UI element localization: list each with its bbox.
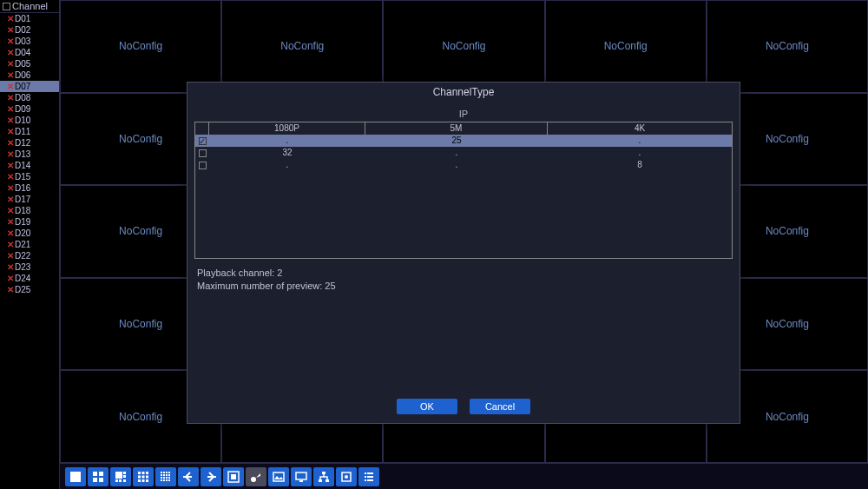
channel-item[interactable]: ✕D22 <box>0 250 59 261</box>
channel-item[interactable]: ✕D24 <box>0 273 59 284</box>
channel-item[interactable]: ✕D25 <box>0 284 59 295</box>
channel-status-icon: ✕ <box>7 171 14 182</box>
grid-cell[interactable]: NoConfig <box>221 0 383 93</box>
channel-item[interactable]: ✕D07 <box>0 81 59 92</box>
next-button[interactable] <box>201 467 221 486</box>
channel-item[interactable]: ✕D20 <box>0 228 59 239</box>
channel-type-dialog: ChannelType IP 1080P 5M 4K .25.32....8 P… <box>187 82 740 424</box>
svg-rect-2 <box>99 472 103 476</box>
grid-cell[interactable]: NoConfig <box>707 0 868 93</box>
channel-item[interactable]: ✕D15 <box>0 171 59 182</box>
app-root: Channel ✕D01✕D02✕D03✕D04✕D05✕D06✕D07✕D08… <box>0 0 868 489</box>
row-checkbox[interactable] <box>199 149 207 157</box>
svg-rect-32 <box>161 479 162 481</box>
svg-point-40 <box>251 477 256 482</box>
svg-rect-43 <box>299 480 303 482</box>
table-header: 1080P 5M 4K <box>195 122 732 135</box>
svg-rect-5 <box>115 472 122 479</box>
channel-item[interactable]: ✕D01 <box>0 13 59 24</box>
layout-4-button[interactable] <box>88 467 108 486</box>
row-checkbox-cell <box>195 135 209 147</box>
channel-status-icon: ✕ <box>7 24 14 36</box>
channel-item[interactable]: ✕D13 <box>0 149 59 160</box>
svg-rect-12 <box>142 472 145 474</box>
channel-item[interactable]: ✕D10 <box>0 115 59 126</box>
table-row[interactable]: ..8 <box>195 159 732 171</box>
channel-status-icon: ✕ <box>7 126 14 137</box>
prev-button[interactable] <box>178 467 199 486</box>
list-button[interactable] <box>358 467 379 486</box>
row-checkbox[interactable] <box>199 162 207 169</box>
channel-label: D05 <box>15 58 30 69</box>
channel-list: ✕D01✕D02✕D03✕D04✕D05✕D06✕D07✕D08✕D09✕D10… <box>0 13 59 295</box>
svg-rect-14 <box>138 475 141 478</box>
channel-item[interactable]: ✕D23 <box>0 261 59 273</box>
channel-item[interactable]: ✕D17 <box>0 194 59 205</box>
ok-button[interactable]: OK <box>397 399 457 414</box>
svg-point-48 <box>345 475 348 479</box>
channel-status-icon: ✕ <box>7 228 14 239</box>
max-preview-info: Maximum number of preview: 25 <box>194 281 733 291</box>
grid-cell[interactable]: NoConfig <box>383 0 544 93</box>
cancel-button[interactable]: Cancel <box>470 399 530 414</box>
channel-item[interactable]: ✕D11 <box>0 126 59 137</box>
bottom-toolbar <box>60 463 868 489</box>
channel-label: D24 <box>15 273 30 284</box>
channel-item[interactable]: ✕D08 <box>0 92 59 103</box>
header-checkbox-col <box>195 122 209 135</box>
layout-8-button[interactable] <box>110 467 131 486</box>
svg-rect-33 <box>163 479 165 481</box>
cell-5m: . <box>365 159 548 171</box>
svg-rect-0 <box>70 472 81 482</box>
channel-label: D25 <box>15 284 30 295</box>
grid-cell[interactable]: NoConfig <box>545 0 707 93</box>
svg-rect-53 <box>365 479 366 481</box>
row-checkbox-cell <box>195 159 209 171</box>
channel-item[interactable]: ✕D02 <box>0 24 59 36</box>
layout-16-button[interactable] <box>155 467 176 486</box>
channel-label: D09 <box>15 103 30 115</box>
channel-item[interactable]: ✕D04 <box>0 47 59 58</box>
svg-rect-29 <box>163 477 165 479</box>
channel-label: D17 <box>15 194 30 205</box>
row-checkbox[interactable] <box>199 137 207 145</box>
channel-item[interactable]: ✕D05 <box>0 58 59 69</box>
channel-status-icon: ✕ <box>7 58 14 69</box>
channel-item[interactable]: ✕D03 <box>0 36 59 47</box>
svg-rect-30 <box>166 477 168 479</box>
channel-label: D16 <box>15 182 30 194</box>
channel-item[interactable]: ✕D16 <box>0 182 59 194</box>
table-rows: .25.32....8 <box>195 135 732 171</box>
channel-status-icon: ✕ <box>7 115 14 126</box>
disk-button[interactable] <box>336 467 357 486</box>
cell-1080p: . <box>209 135 365 147</box>
channel-item[interactable]: ✕D19 <box>0 216 59 228</box>
channel-status-icon: ✕ <box>7 261 14 273</box>
channel-status-icon: ✕ <box>7 81 14 92</box>
layout-9-button[interactable] <box>133 467 154 486</box>
channel-label: D12 <box>15 137 30 149</box>
svg-rect-28 <box>161 477 162 479</box>
monitor-button[interactable] <box>291 467 312 486</box>
channel-item[interactable]: ✕D21 <box>0 239 59 250</box>
layout-1-button[interactable] <box>65 467 86 486</box>
channel-item[interactable]: ✕D14 <box>0 160 59 171</box>
channel-item[interactable]: ✕D09 <box>0 103 59 115</box>
cell-5m: 25 <box>365 135 548 147</box>
svg-rect-25 <box>163 474 165 476</box>
table-row[interactable]: 32.. <box>195 147 732 159</box>
network-button[interactable] <box>313 467 334 486</box>
image-button[interactable] <box>268 467 289 486</box>
channel-label: D21 <box>15 239 30 250</box>
table-row[interactable]: .25. <box>195 135 732 147</box>
svg-rect-41 <box>273 472 284 481</box>
header-4k: 4K <box>548 122 732 135</box>
channel-label: D22 <box>15 250 30 261</box>
channel-label: D07 <box>15 81 30 92</box>
ptz-button[interactable] <box>246 467 266 486</box>
fullscreen-button[interactable] <box>223 467 244 486</box>
grid-cell[interactable]: NoConfig <box>60 0 221 93</box>
channel-item[interactable]: ✕D06 <box>0 69 59 81</box>
channel-item[interactable]: ✕D12 <box>0 137 59 149</box>
channel-item[interactable]: ✕D18 <box>0 205 59 216</box>
